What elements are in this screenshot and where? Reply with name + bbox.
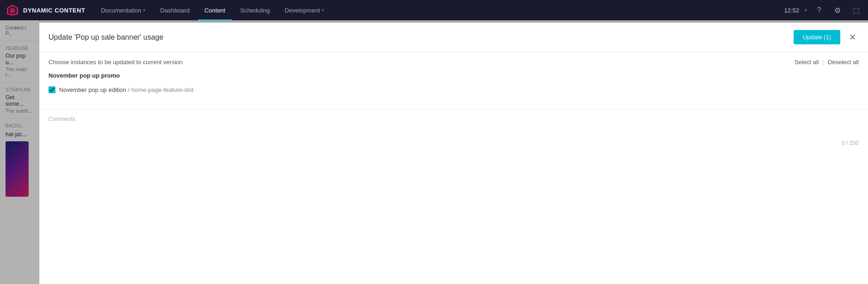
select-all-link[interactable]: Select all (795, 59, 819, 66)
modal-body: Choose instances to be updated to curren… (39, 52, 868, 284)
logo[interactable]: DYNAMIC CONTENT (6, 3, 85, 17)
modal-dialog: Update 'Pop up sale banner' usage Update… (39, 23, 868, 284)
user-icon[interactable]: ⬚ (850, 4, 862, 17)
nav-content-label: Content (205, 7, 226, 14)
instance-group: November pop up promo November pop up ed… (39, 70, 868, 100)
update-button[interactable]: Update (1) (794, 30, 840, 44)
nav-development-label: Development (285, 7, 320, 14)
nav-documentation[interactable]: Documentation ▾ (95, 4, 152, 17)
modal-title: Update 'Pop up sale banner' usage (48, 33, 163, 42)
main-area: Content / P... Headline Our pop u... The… (0, 20, 868, 284)
modal-header: Update 'Pop up sale banner' usage Update… (39, 23, 868, 52)
nav-content[interactable]: Content (198, 4, 232, 17)
nav-development[interactable]: Development ▾ (278, 4, 331, 17)
nav-time: 12:52 (784, 7, 799, 14)
select-actions: Select all | Deselect all (795, 59, 859, 66)
char-count: 0 / 250 (842, 140, 859, 146)
gear-icon[interactable]: ⚙ (831, 4, 844, 17)
instance-path: home-page-feature-slot (131, 86, 193, 93)
nav-dashboard[interactable]: Dashboard (154, 4, 196, 17)
nav-right: 12:52 ▾ ? ⚙ ⬚ (784, 4, 862, 17)
nav-documentation-label: Documentation (101, 7, 141, 14)
logo-text: DYNAMIC CONTENT (23, 7, 85, 14)
list-item: November pop up edition / home-page-feat… (48, 85, 859, 95)
help-icon[interactable]: ? (813, 4, 826, 17)
chevron-down-icon: ▾ (143, 8, 145, 12)
chevron-down-icon: ▾ (322, 8, 324, 12)
nav-scheduling-label: Scheduling (240, 7, 270, 14)
time-chevron-icon[interactable]: ▾ (805, 8, 807, 12)
nav-dashboard-label: Dashboard (160, 7, 190, 14)
close-button[interactable]: ✕ (846, 31, 859, 44)
logo-icon (6, 3, 19, 17)
top-navigation: DYNAMIC CONTENT Documentation ▾ Dashboar… (0, 0, 868, 20)
modal-subtitle: Choose instances to be updated to curren… (48, 59, 183, 66)
comments-label: Comments (48, 116, 859, 122)
comments-input[interactable] (48, 124, 859, 135)
nav-scheduling[interactable]: Scheduling (234, 4, 276, 17)
modal-header-actions: Update (1) ✕ (794, 30, 859, 44)
instance-group-title: November pop up promo (48, 70, 859, 81)
select-separator: | (822, 59, 824, 66)
instance-name: November pop up edition (59, 86, 126, 93)
instance-checkbox[interactable] (48, 86, 55, 93)
comments-section: Comments 0 / 250 (39, 109, 868, 153)
instance-label: November pop up edition / home-page-feat… (59, 86, 193, 93)
comments-footer: 0 / 250 (48, 140, 859, 146)
modal-subtitle-bar: Choose instances to be updated to curren… (39, 52, 868, 70)
deselect-all-link[interactable]: Deselect all (828, 59, 859, 66)
nav-items: Documentation ▾ Dashboard Content Schedu… (95, 4, 784, 17)
